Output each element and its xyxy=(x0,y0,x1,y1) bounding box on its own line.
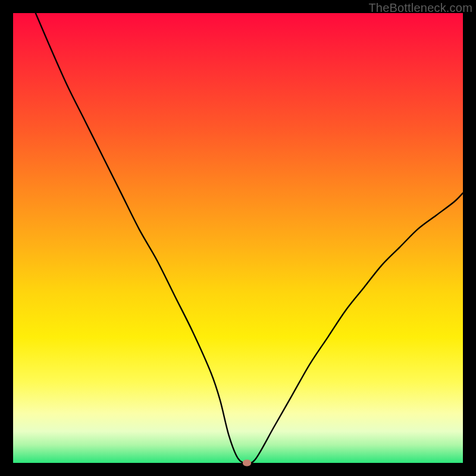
chart-frame: TheBottleneck.com xyxy=(0,0,476,476)
plot-area xyxy=(13,13,463,463)
watermark-text: TheBottleneck.com xyxy=(368,1,472,15)
bottleneck-curve xyxy=(13,13,463,463)
optimal-point-marker xyxy=(243,460,251,466)
